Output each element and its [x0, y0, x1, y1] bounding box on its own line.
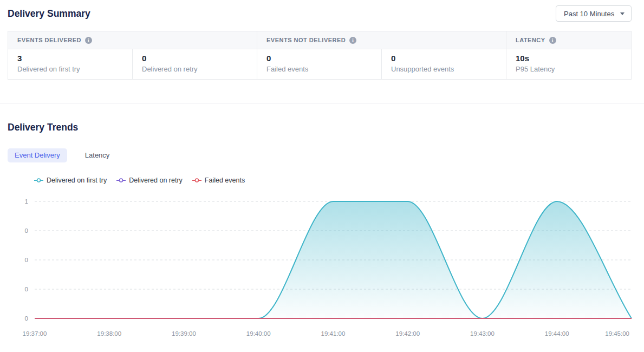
summary-column-label: LATENCY: [516, 37, 545, 43]
summary-column-header-events-delivered: EVENTS DELIVEREDi: [8, 31, 257, 49]
legend-label: Failed events: [205, 177, 245, 184]
legend-marker-icon: [34, 178, 44, 183]
metric-value: 3: [17, 54, 132, 63]
trends-title: Delivery Trends: [8, 122, 78, 133]
metric-p95-latency: 10sP95 Latency: [506, 49, 631, 80]
metric-failed-events: 0Failed events: [257, 49, 382, 80]
delivery-trends-chart: 1000019:37:0019:38:0019:39:0019:40:0019:…: [0, 191, 644, 352]
tab-event-delivery[interactable]: Event Delivery: [8, 148, 67, 162]
metric-label: Failed events: [266, 65, 381, 73]
summary-table: EVENTS DELIVEREDiEVENTS NOT DELIVEREDiLA…: [8, 31, 632, 80]
metric-label: P95 Latency: [516, 65, 631, 73]
y-axis-label: 0: [25, 286, 28, 292]
summary-column-header-events-not-delivered: EVENTS NOT DELIVEREDi: [257, 31, 506, 49]
legend-item-delivered-on-retry[interactable]: Delivered on retry: [116, 177, 183, 184]
metric-label: Delivered on first try: [17, 65, 132, 73]
metric-value: 0: [142, 54, 257, 63]
trends-tabs: Event DeliveryLatency: [8, 148, 116, 162]
metric-value: 0: [391, 54, 506, 63]
summary-column-label: EVENTS NOT DELIVERED: [266, 37, 346, 43]
topbar: Delivery Summary Past 10 Minutes: [8, 0, 632, 27]
summary-column-label: EVENTS DELIVERED: [17, 37, 81, 43]
time-range-value: Past 10 Minutes: [564, 10, 614, 18]
y-axis-label: 0: [25, 257, 28, 263]
info-icon[interactable]: i: [349, 37, 356, 44]
x-axis-label: 19:45:00: [605, 330, 629, 337]
summary-column-header-latency: LATENCYi: [506, 31, 631, 49]
metric-delivered-on-first-try: 3Delivered on first try: [8, 49, 133, 80]
tab-latency[interactable]: Latency: [78, 148, 117, 162]
summary-table-body: 3Delivered on first try0Delivered on ret…: [8, 49, 631, 80]
y-axis-label: 0: [25, 315, 28, 322]
x-axis-label: 19:44:00: [545, 330, 569, 337]
metric-delivered-on-retry: 0Delivered on retry: [133, 49, 257, 80]
x-axis-label: 19:42:00: [395, 330, 420, 337]
legend-marker-icon: [192, 178, 202, 183]
metric-value: 10s: [516, 54, 631, 63]
page-title: Delivery Summary: [8, 8, 90, 19]
time-range-dropdown[interactable]: Past 10 Minutes: [556, 5, 632, 22]
caret-down-icon: [620, 12, 625, 15]
x-axis-label: 19:40:00: [246, 330, 271, 337]
legend-item-delivered-on-first-try[interactable]: Delivered on first try: [34, 177, 107, 184]
legend-label: Delivered on retry: [129, 177, 183, 184]
y-axis-label: 1: [25, 198, 28, 205]
chart-legend: Delivered on first tryDelivered on retry…: [34, 177, 245, 184]
info-icon[interactable]: i: [85, 37, 92, 44]
metric-label: Delivered on retry: [142, 65, 257, 73]
series-area-delivered-on-first-try: [35, 201, 632, 318]
x-axis-label: 19:43:00: [470, 330, 495, 337]
x-axis-label: 19:39:00: [172, 330, 196, 337]
metric-value: 0: [266, 54, 381, 63]
metric-unsupported-events: 0Unsupported events: [382, 49, 506, 80]
legend-label: Delivered on first try: [47, 177, 107, 184]
summary-table-header: EVENTS DELIVEREDiEVENTS NOT DELIVEREDiLA…: [8, 31, 631, 49]
y-axis-label: 0: [25, 227, 28, 234]
info-icon[interactable]: i: [549, 37, 556, 44]
section-divider: [0, 103, 644, 103]
legend-marker-icon: [116, 178, 126, 183]
legend-item-failed-events[interactable]: Failed events: [192, 177, 245, 184]
x-axis-label: 19:37:00: [23, 330, 47, 337]
metric-label: Unsupported events: [391, 65, 506, 73]
delivery-dashboard: Delivery Summary Past 10 Minutes EVENTS …: [0, 0, 644, 352]
x-axis-label: 19:38:00: [97, 330, 121, 337]
x-axis-label: 19:41:00: [321, 330, 346, 337]
